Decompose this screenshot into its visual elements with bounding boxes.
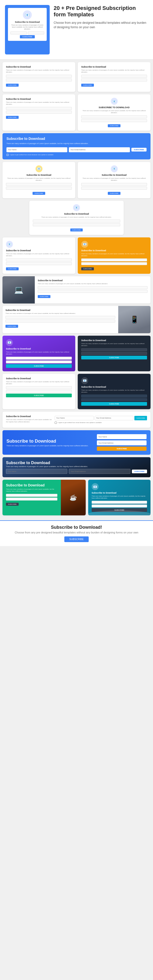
tc-subscribe-btn-7[interactable]: SUBSCRIBE bbox=[70, 229, 83, 231]
tif-text: There are many variations of passages of… bbox=[6, 418, 52, 423]
tc-text-imgR: There are many variations of passages of… bbox=[5, 312, 115, 314]
tc-subscribe-btn-2[interactable]: SUBSCRIBE bbox=[81, 84, 94, 87]
tbb-name-input[interactable] bbox=[6, 147, 67, 152]
tif-name-input[interactable] bbox=[55, 416, 93, 420]
tc-email-input-1[interactable] bbox=[6, 78, 72, 81]
tdo-email-input[interactable] bbox=[69, 469, 130, 474]
tc-name-input-yellow[interactable] bbox=[81, 258, 147, 261]
til-content: Subscribe to Download There are many var… bbox=[35, 276, 150, 304]
tc-email-input-teal[interactable] bbox=[92, 504, 147, 508]
tc-email-input-9[interactable] bbox=[6, 390, 72, 393]
tc-email-input-7[interactable] bbox=[33, 223, 120, 226]
tc-subscribe-btn-imgR[interactable]: SUBSCRIBE bbox=[5, 325, 18, 328]
tc-text-9: There are many variations of passages of… bbox=[6, 381, 72, 385]
template-split-green: Subscribe to Download There are many var… bbox=[3, 480, 86, 515]
tgs-subscribe-btn[interactable]: SUBSCRIBE bbox=[6, 503, 19, 506]
template-card-3: Subscribe to Download There are many var… bbox=[3, 94, 75, 131]
tc-title-4: SUBSCRIBE TO DOWNLOAD bbox=[81, 106, 147, 109]
tdo-name-input[interactable] bbox=[6, 469, 67, 474]
template-teal: 📧 Subscribe to Download There are many v… bbox=[88, 480, 150, 515]
tc-subscribe-btn-6[interactable]: SUBSCRIBE bbox=[108, 192, 121, 195]
tbb-subscribe-btn[interactable]: SUBSCRIBE bbox=[131, 148, 147, 151]
tc-title-7: Subscribe to Download bbox=[33, 213, 120, 215]
tc-title-1: Subscribe to Download bbox=[6, 65, 72, 68]
hero-preview-name-input[interactable] bbox=[10, 32, 27, 34]
tdo-subscribe-btn[interactable]: SUBSCRIBE bbox=[132, 469, 147, 473]
tc-subscribe-btn-3[interactable]: SUBSCRIBE bbox=[6, 116, 19, 119]
hero-preview-card: 📧 Subscribe to Download There are many v… bbox=[5, 5, 50, 54]
tc-icon-teal: 📧 bbox=[92, 483, 98, 490]
template-card-6: 📧 Subscribe to Download There are many v… bbox=[78, 162, 150, 198]
tc-subscribe-btn-dark[interactable]: SUBSCRIBE bbox=[81, 356, 147, 360]
twb-name-input[interactable] bbox=[97, 434, 147, 439]
tc-subscribe-btn-dark2[interactable]: SUBSCRIBE bbox=[81, 402, 147, 406]
tc-name-input-3[interactable] bbox=[6, 107, 72, 110]
template-card-dark2: 📧 Subscribe to Download There are many v… bbox=[78, 374, 150, 409]
twb-email-input[interactable] bbox=[97, 441, 147, 445]
tc-name-input-1[interactable] bbox=[6, 75, 72, 78]
tc-email-input-6[interactable] bbox=[81, 187, 147, 189]
tc-name-input-6[interactable] bbox=[81, 183, 147, 186]
tdo-title: Subscribe to Download bbox=[6, 461, 147, 465]
twb-subscribe-btn[interactable]: SUBSCRIBE bbox=[97, 447, 147, 451]
tc-subscribe-btn-purple[interactable]: SUBSCRIBE bbox=[6, 364, 72, 368]
tbb-email-input[interactable] bbox=[69, 147, 130, 152]
tc-text-7: There are many variations of passages of… bbox=[33, 216, 120, 218]
tc-name-input-dark2[interactable] bbox=[81, 395, 147, 398]
tc-subscribe-btn-9[interactable]: SUBSCRIBE bbox=[6, 394, 72, 397]
tc-subscribe-btn-4[interactable]: SUBSCRIBE bbox=[108, 124, 121, 127]
tc-title-purple: Subscribe to Download bbox=[6, 348, 72, 350]
tc-email-input-5[interactable] bbox=[6, 187, 72, 189]
tc-name-input-dark[interactable] bbox=[81, 348, 147, 351]
tc-subscribe-btn-8[interactable]: SUBSCRIBE bbox=[6, 267, 19, 270]
hero-preview-subscribe-btn[interactable]: SUBSCRIBE bbox=[20, 35, 35, 38]
tc-email-input-2[interactable] bbox=[81, 78, 147, 81]
tc-subscribe-btn-1[interactable]: SUBSCRIBE bbox=[6, 84, 19, 87]
bottom-cta-btn[interactable]: SUBSCRIBE bbox=[64, 536, 89, 542]
tc-email-input-imgL[interactable] bbox=[38, 290, 148, 293]
tc-email-input-dark2[interactable] bbox=[81, 398, 147, 401]
tgs-name-input[interactable] bbox=[6, 494, 57, 497]
tc-name-input-4[interactable] bbox=[81, 115, 147, 118]
tc-name-input-2[interactable] bbox=[81, 75, 147, 78]
template-inline-form: Subscribe to Download There are many var… bbox=[3, 412, 150, 428]
tc-name-input-imgL[interactable] bbox=[38, 286, 148, 289]
tc-email-input-8[interactable] bbox=[6, 262, 72, 265]
tif-email-input[interactable] bbox=[95, 416, 134, 420]
tc-name-input-9[interactable] bbox=[6, 386, 72, 389]
tc-name-input-7[interactable] bbox=[33, 220, 120, 223]
tc-email-input-dark[interactable] bbox=[81, 352, 147, 355]
hero-preview-title: Subscribe to Download bbox=[10, 21, 44, 23]
twb-form: SUBSCRIBE bbox=[97, 434, 147, 451]
tif-title: Subscribe to Download bbox=[6, 415, 52, 418]
tc-email-input-3[interactable] bbox=[6, 111, 72, 114]
coffee-visual: ☕ bbox=[61, 480, 86, 515]
tif-checkbox[interactable] bbox=[55, 422, 57, 424]
tc-text-2: There are many variations of passages of… bbox=[81, 69, 147, 73]
tc-name-input-imgR[interactable] bbox=[5, 316, 115, 319]
tc-email-input-imgR[interactable] bbox=[5, 320, 115, 323]
tif-subscribe-btn[interactable]: SUBSCRIBE bbox=[134, 416, 147, 420]
tc-name-input-teal[interactable] bbox=[92, 501, 147, 504]
template-card-4: 📧 SUBSCRIBE TO DOWNLOAD There are many v… bbox=[78, 94, 150, 131]
tc-email-input-4[interactable] bbox=[81, 119, 147, 122]
tc-subscribe-btn-yellow[interactable]: SUBSCRIBE bbox=[81, 267, 94, 270]
tc-name-input-8[interactable] bbox=[6, 258, 72, 261]
hero-preview-email-input[interactable] bbox=[28, 32, 44, 34]
tc-name-input-purple[interactable] bbox=[6, 357, 72, 360]
tc-title-5: Subscribe to Download bbox=[6, 174, 72, 176]
tgs-right-img: ☕ bbox=[61, 480, 86, 515]
tbb-checkbox[interactable] bbox=[6, 154, 9, 156]
tc-text-8: There are many variations of passages of… bbox=[6, 253, 72, 257]
tc-email-input-purple[interactable] bbox=[6, 360, 72, 363]
tc-icon-purple: 📧 bbox=[6, 339, 13, 346]
tc-icon-dark2: 📧 bbox=[81, 377, 88, 384]
tc-subscribe-btn-imgL[interactable]: SUBSCRIBE bbox=[38, 295, 50, 298]
template-card-yellow: 📧 Subscribe to Download There are many v… bbox=[78, 237, 150, 274]
tgs-email-input[interactable] bbox=[6, 498, 57, 501]
tc-subscribe-btn-5[interactable]: SUBSCRIBE bbox=[32, 192, 45, 195]
tc-name-input-5[interactable] bbox=[6, 183, 72, 186]
tc-email-input-yellow[interactable] bbox=[81, 262, 147, 265]
template-card-9: Subscribe to Download There are many var… bbox=[3, 374, 75, 409]
template-card-2: Subscribe to Download There are many var… bbox=[78, 62, 150, 92]
